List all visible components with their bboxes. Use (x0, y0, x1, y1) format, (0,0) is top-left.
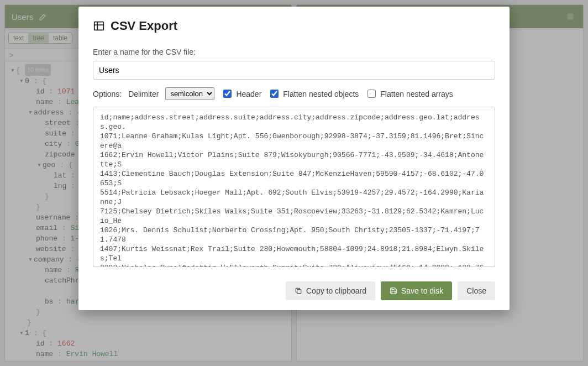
csv-preview[interactable]: id;name;address.street;address.suite;add… (93, 107, 495, 267)
flatten-objects-checkbox[interactable]: Flatten nested objects (268, 88, 359, 100)
csv-export-dialog: CSV Export Enter a name for the CSV file… (78, 7, 510, 310)
dialog-actions: Copy to clipboard Save to disk Close (93, 281, 495, 300)
dialog-title: CSV Export (93, 19, 495, 33)
close-button[interactable]: Close (458, 281, 495, 300)
modal-overlay[interactable]: CSV Export Enter a name for the CSV file… (0, 0, 588, 366)
delimiter-label: Delimiter (128, 90, 159, 98)
name-label: Enter a name for the CSV file: (93, 48, 495, 56)
csv-name-input[interactable] (93, 61, 495, 80)
copy-icon (295, 287, 302, 295)
svg-rect-3 (297, 290, 301, 294)
header-checkbox[interactable]: Header (221, 88, 261, 100)
svg-rect-2 (95, 22, 104, 30)
save-icon (390, 287, 397, 295)
delimiter-select[interactable]: commasemicolontabpipe (165, 87, 214, 100)
options-row: Options: Delimiter commasemicolontabpipe… (93, 87, 495, 100)
copy-button[interactable]: Copy to clipboard (286, 281, 375, 300)
flatten-arrays-checkbox[interactable]: Flatten nested arrays (365, 88, 453, 100)
options-label: Options: (93, 90, 122, 98)
save-button[interactable]: Save to disk (381, 281, 452, 300)
table-icon (93, 20, 105, 32)
